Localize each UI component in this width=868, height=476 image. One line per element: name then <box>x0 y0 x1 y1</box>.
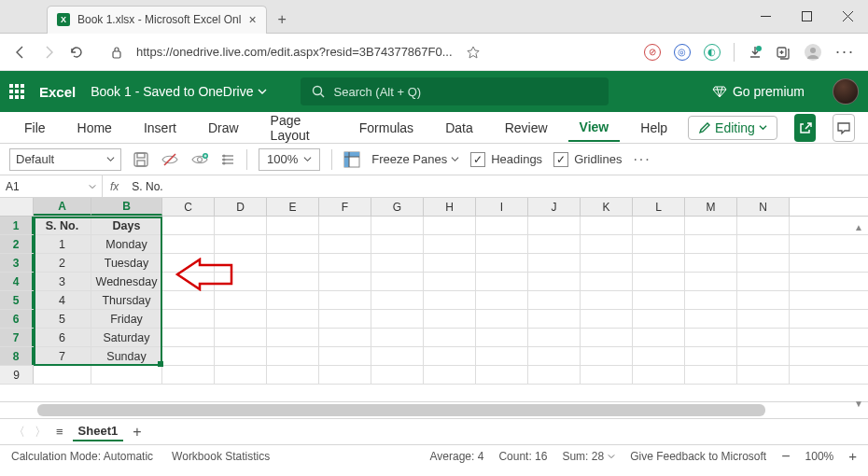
column-header[interactable]: N <box>737 198 790 216</box>
cell[interactable] <box>267 254 319 272</box>
browser-tab[interactable]: X Book 1.xlsx - Microsoft Excel Onl × <box>47 6 267 34</box>
row-header[interactable]: 2 <box>0 235 34 253</box>
tab-formulas[interactable]: Formulas <box>348 115 425 141</box>
cell[interactable] <box>215 291 267 309</box>
cell[interactable] <box>319 217 371 234</box>
cell[interactable] <box>581 217 633 234</box>
cell[interactable] <box>685 235 737 253</box>
column-header[interactable]: K <box>581 198 633 216</box>
cell[interactable] <box>737 366 790 384</box>
column-header[interactable]: M <box>685 198 737 216</box>
cell[interactable] <box>319 366 371 384</box>
cell[interactable] <box>267 273 319 290</box>
cell[interactable] <box>476 291 528 309</box>
cell[interactable] <box>476 235 528 253</box>
tab-data[interactable]: Data <box>434 115 484 141</box>
cell[interactable] <box>424 273 476 290</box>
cell[interactable]: 3 <box>34 273 91 290</box>
cell[interactable] <box>581 254 633 272</box>
cell[interactable] <box>737 217 790 234</box>
cell[interactable] <box>215 329 267 346</box>
cell[interactable] <box>476 273 528 290</box>
column-header[interactable]: I <box>476 198 528 216</box>
cell[interactable] <box>215 310 267 328</box>
cell[interactable] <box>162 310 215 328</box>
cell[interactable] <box>215 235 267 253</box>
cell[interactable] <box>581 366 633 384</box>
column-header[interactable]: J <box>528 198 581 216</box>
cell[interactable]: S. No. <box>34 217 91 234</box>
cell[interactable] <box>528 347 581 365</box>
tab-draw[interactable]: Draw <box>197 115 250 141</box>
cell[interactable] <box>319 329 371 346</box>
cell[interactable] <box>162 291 215 309</box>
cell[interactable] <box>737 254 790 272</box>
downloads-icon[interactable] <box>748 45 763 60</box>
cell[interactable] <box>319 254 371 272</box>
row-header[interactable]: 8 <box>0 347 34 365</box>
cell[interactable] <box>528 273 581 290</box>
cell[interactable] <box>528 366 581 384</box>
cell[interactable] <box>424 235 476 253</box>
cell[interactable] <box>319 291 371 309</box>
extension-icon-1[interactable]: ⊘ <box>644 44 661 61</box>
cell[interactable] <box>371 273 424 290</box>
doc-title[interactable]: Book 1 - Saved to OneDrive <box>91 84 266 99</box>
cell[interactable] <box>476 366 528 384</box>
row-header[interactable]: 7 <box>0 329 34 346</box>
cell[interactable]: Monday <box>91 235 162 253</box>
cell[interactable] <box>267 366 319 384</box>
cell[interactable] <box>371 291 424 309</box>
cell[interactable] <box>215 347 267 365</box>
tab-page-layout[interactable]: Page Layout <box>259 107 339 148</box>
cell[interactable] <box>267 347 319 365</box>
cell[interactable] <box>528 310 581 328</box>
vertical-scrollbar[interactable]: ▲ ▼ <box>851 222 866 409</box>
more-icon[interactable]: ··· <box>835 42 855 62</box>
cell[interactable] <box>215 366 267 384</box>
tab-file[interactable]: File <box>13 115 57 141</box>
cell[interactable] <box>424 347 476 365</box>
column-header[interactable]: G <box>371 198 424 216</box>
cell[interactable] <box>476 254 528 272</box>
cell[interactable] <box>685 347 737 365</box>
zoom-out[interactable]: − <box>781 448 790 465</box>
row-header[interactable]: 9 <box>0 366 34 384</box>
row-header[interactable]: 3 <box>0 254 34 272</box>
cell[interactable] <box>685 291 737 309</box>
column-header[interactable]: C <box>162 198 215 216</box>
cell[interactable] <box>685 217 737 234</box>
cell[interactable] <box>162 347 215 365</box>
cell[interactable] <box>633 291 685 309</box>
cell[interactable] <box>737 347 790 365</box>
new-view-icon[interactable] <box>190 152 209 167</box>
new-tab-button[interactable]: + <box>278 11 287 28</box>
cell[interactable] <box>528 217 581 234</box>
cell[interactable] <box>581 329 633 346</box>
cell[interactable] <box>162 235 215 253</box>
select-all-corner[interactable] <box>0 198 34 216</box>
editing-mode-button[interactable]: Editing <box>688 116 777 140</box>
cell[interactable] <box>737 273 790 290</box>
url-text[interactable]: https://onedrive.live.com/edit.aspx?resi… <box>136 45 453 59</box>
cell[interactable]: 7 <box>34 347 91 365</box>
column-header[interactable]: L <box>633 198 685 216</box>
collections-icon[interactable] <box>776 45 791 60</box>
cell[interactable] <box>685 329 737 346</box>
tab-insert[interactable]: Insert <box>133 115 188 141</box>
name-box[interactable]: A1 <box>0 175 103 197</box>
zoom-in[interactable]: + <box>848 448 857 464</box>
freeze-panes-button[interactable]: Freeze Panes <box>371 152 459 166</box>
favorite-icon[interactable] <box>466 45 481 60</box>
cell[interactable] <box>581 310 633 328</box>
exit-view-icon[interactable] <box>161 152 179 167</box>
cell[interactable] <box>162 366 215 384</box>
horizontal-scrollbar[interactable] <box>0 401 868 418</box>
cell[interactable] <box>319 273 371 290</box>
column-header[interactable]: D <box>215 198 267 216</box>
nav-back-button[interactable] <box>13 45 28 60</box>
zoom-select[interactable]: 100% <box>259 148 320 171</box>
cell[interactable]: Friday <box>91 310 162 328</box>
extension-icon-2[interactable]: ◎ <box>674 44 691 61</box>
cell[interactable] <box>91 366 162 384</box>
